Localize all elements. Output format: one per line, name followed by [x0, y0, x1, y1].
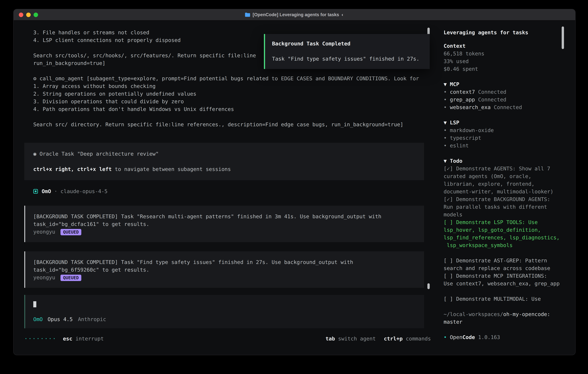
toast-body: Task "Find type safety issues" finished …: [272, 55, 422, 63]
message-line: [BACKGROUND TASK COMPLETED] Task "Find t…: [33, 258, 418, 266]
oracle-task-icon: ◉: [33, 151, 40, 157]
message-line: [BACKGROUND TASK COMPLETED] Task "Resear…: [33, 213, 418, 220]
mcp-item: • context7 Connected: [444, 88, 562, 96]
agent-checkbox-icon: [33, 189, 38, 194]
workspace-path: ~/local-workspaces/oh-my-opencode: maste…: [444, 310, 562, 326]
todo-item: [ ] Demonstrate MULTIMODAL: Use: [444, 295, 562, 303]
context-tokens: 66,518 tokens: [444, 50, 562, 57]
agent-session-header: OmO · claude-opus-4-5: [24, 187, 424, 195]
tool-call-text: call_omo_agent [subagent_type=explore, p…: [40, 75, 419, 82]
mcp-section-header[interactable]: ▼ MCP: [444, 80, 562, 88]
background-task-toast: Background Task Completed Task "Find typ…: [264, 34, 430, 69]
todo-item: [ ] Demonstrate LSP TOOLS: Use lsp_hover…: [444, 218, 562, 249]
oracle-task-card: ◉ Oracle Task "Deep architecture review"…: [24, 143, 424, 180]
version-info: • OpenCode 1.0.163: [444, 333, 562, 341]
tool-call-output: ⚙ call_omo_agent [subagent_type=explore,…: [24, 75, 424, 128]
prompt-footer: OmOOpus 4.5Anthropic: [33, 315, 418, 323]
gear-icon: ⚙: [33, 75, 40, 82]
provider-name: Anthropic: [78, 316, 106, 322]
todo-section-header[interactable]: ▼ Todo: [444, 157, 562, 165]
queued-badge: QUEUED: [61, 275, 81, 281]
status-left: ········ esc interrupt: [24, 335, 104, 343]
message-author: yeongyu: [33, 229, 55, 235]
bullet-icon: •: [444, 97, 450, 103]
todo-item: [ ] Demonstrate AST-GREP: Pattern search…: [444, 257, 562, 272]
message-author: yeongyu: [33, 274, 55, 280]
title-status-icon: ◐: [341, 12, 344, 17]
bullet-icon: •: [444, 334, 450, 340]
blank-line: [33, 158, 418, 165]
sidebar-scrollbar-thumb[interactable]: [562, 26, 564, 49]
lsp-item: • eslint: [444, 142, 562, 149]
mcp-item: • grep_app Connected: [444, 96, 562, 104]
tool-call-line: ⚙ call_omo_agent [subagent_type=explore,…: [33, 75, 424, 82]
context-heading: Context: [444, 42, 562, 50]
text-cursor: [33, 301, 36, 307]
traffic-lights: [19, 13, 38, 17]
output-line: Search src/ directory. Return specific f…: [33, 121, 424, 128]
mcp-item: • websearch_exa Connected: [444, 104, 562, 111]
navigation-hint: ctrl+x right, ctrl+x left to navigate be…: [33, 165, 418, 173]
lsp-section: ▼ LSP • markdown-oxide • typescript • es…: [444, 119, 562, 149]
app-window: [OpenCode] Leveraging agents for tasks ◐…: [13, 9, 576, 355]
output-line: 1. Array access without bounds checking: [33, 82, 424, 90]
window-title: [OpenCode] Leveraging agents for tasks ◐: [245, 12, 344, 17]
sidebar: Leveraging agents for tasks Context 66,5…: [438, 21, 575, 355]
todo-item: [✓] Demonstrate BACKGROUND AGENTS: Run p…: [444, 195, 562, 218]
lsp-section-header[interactable]: ▼ LSP: [444, 119, 562, 126]
toast-title: Background Task Completed: [272, 40, 422, 47]
message-line: task_id="bg_dcfac161" to get results.: [33, 220, 418, 228]
output-line: 4. Path operations that don't handle Win…: [33, 105, 424, 113]
context-used: 33% used: [444, 57, 562, 65]
message-author-line: yeongyuQUEUED: [33, 274, 418, 281]
window-title-text: [OpenCode] Leveraging agents for tasks: [253, 12, 339, 17]
zoom-window-button[interactable]: [33, 13, 38, 17]
bullet-icon: •: [444, 89, 450, 95]
terminal-scrollbar-thumb[interactable]: [427, 283, 430, 289]
session-title: Leveraging agents for tasks: [444, 29, 562, 36]
todo-item: [✓] Demonstrate AGENTS: Show all 7 curat…: [444, 165, 562, 195]
message-author-line: yeongyuQUEUED: [33, 228, 418, 236]
agent-name: OmO: [33, 316, 43, 322]
output-line: 2. String operations on potentially unde…: [33, 90, 424, 98]
model-name: Opus 4.5: [48, 316, 73, 322]
workspace-prefix: ~/local-workspaces/: [444, 311, 503, 317]
todo-section: ▼ Todo [✓] Demonstrate AGENTS: Show all …: [444, 157, 562, 303]
prompt-text-line: [33, 300, 418, 308]
agent-model-label: OmO · claude-opus-4-5: [42, 187, 107, 195]
context-section: Context 66,518 tokens 33% used $0.46 spe…: [444, 42, 562, 73]
minimize-window-button[interactable]: [26, 13, 31, 17]
lsp-item: • typescript: [444, 134, 562, 142]
todo-item: [ ] Demonstrate MCP INTEGRATIONS: Use co…: [444, 272, 562, 287]
bullet-icon: •: [444, 104, 450, 110]
output-line: 3. Division operations that could divide…: [33, 98, 424, 105]
context-spent: $0.46 spent: [444, 65, 562, 73]
status-right: tab switch agent ctrl+p commands: [326, 335, 431, 343]
workspace-branch: master: [444, 318, 562, 326]
background-task-message: [BACKGROUND TASK COMPLETED] Task "Resear…: [24, 206, 424, 242]
workspace-repo: oh-my-opencode:: [503, 311, 550, 317]
mcp-section: ▼ MCP • context7 Connected • grep_app Co…: [444, 80, 562, 111]
lsp-item: • markdown-oxide: [444, 126, 562, 134]
folder-icon: [245, 12, 250, 17]
spinner-dots: ········: [24, 335, 57, 343]
terminal-pane: 3. File handles or streams not closed 4.…: [14, 21, 438, 355]
status-bar: ········ esc interrupt tab switch agent …: [24, 335, 431, 343]
output-line: [33, 113, 424, 121]
queued-badge: QUEUED: [61, 229, 81, 235]
prompt-input[interactable]: OmOOpus 4.5Anthropic: [24, 295, 424, 328]
message-line: task_id="bg_6f59260c" to get results.: [33, 266, 418, 274]
titlebar: [OpenCode] Leveraging agents for tasks ◐: [14, 9, 575, 21]
esc-hint: esc interrupt: [63, 335, 104, 343]
ctrlp-hint: ctrl+p commands: [384, 335, 431, 343]
close-window-button[interactable]: [19, 13, 23, 17]
background-task-message: [BACKGROUND TASK COMPLETED] Task "Find t…: [24, 251, 424, 288]
tab-hint: tab switch agent: [326, 335, 376, 343]
oracle-task-title: ◉ Oracle Task "Deep architecture review": [33, 150, 418, 158]
